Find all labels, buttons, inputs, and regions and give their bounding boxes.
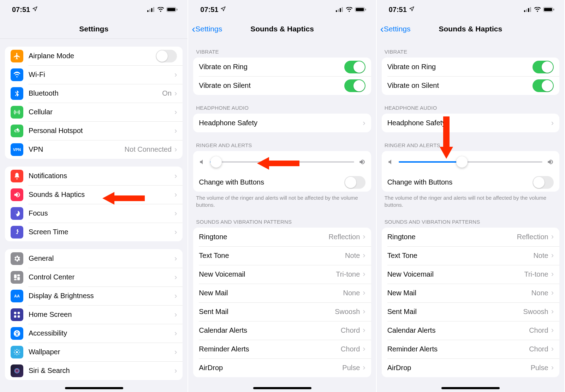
svg-rect-35	[553, 9, 554, 11]
row-new-voicemail[interactable]: New VoicemailTri-tone›	[193, 265, 371, 284]
chevron-right-icon: ›	[174, 310, 177, 319]
vibrate-on-ring-toggle[interactable]	[344, 61, 365, 73]
row-calendar-alerts[interactable]: Calendar AlertsChord›	[382, 321, 559, 340]
settings-row-personal-hotspot[interactable]: Personal Hotspot›	[5, 121, 183, 140]
control-center-icon	[11, 271, 23, 284]
row-label: Control Center	[29, 273, 174, 281]
settings-row-notifications[interactable]: Notifications›	[5, 167, 183, 185]
row-vibrate-on-ring[interactable]: Vibrate on Ring	[382, 58, 559, 76]
settings-row-airplane-mode[interactable]: Airplane Mode	[5, 47, 183, 65]
settings-row-wallpaper[interactable]: Wallpaper›	[5, 343, 183, 361]
home-indicator	[65, 387, 123, 389]
row-change-with-buttons[interactable]: Change with Buttons	[382, 173, 559, 192]
row-sent-mail[interactable]: Sent MailSwoosh›	[382, 302, 559, 321]
change-with-buttons-toggle[interactable]	[533, 176, 554, 189]
ringer-volume-slider[interactable]	[399, 156, 542, 168]
row-value: Swoosh	[523, 308, 548, 316]
row-airdrop[interactable]: AirDropPulse›	[193, 358, 371, 377]
location-icon	[32, 6, 38, 13]
row-vibrate-on-silent[interactable]: Vibrate on Silent	[193, 76, 371, 95]
settings-row-control-center[interactable]: Control Center›	[5, 268, 183, 287]
back-button[interactable]: ‹ Settings	[192, 19, 222, 39]
battery-icon	[355, 7, 366, 12]
settings-row-accessibility[interactable]: Accessibility›	[5, 324, 183, 343]
group-headphone: Headphone Safety›	[382, 114, 559, 132]
settings-row-siri-search[interactable]: Siri & Search›	[5, 361, 183, 380]
row-ringtone[interactable]: RingtoneReflection›	[382, 228, 559, 246]
row-new-mail[interactable]: New MailNone›	[382, 284, 559, 302]
home-indicator	[253, 387, 311, 389]
chevron-right-icon: ›	[551, 270, 554, 279]
row-vibrate-on-silent[interactable]: Vibrate on Silent	[382, 76, 559, 95]
row-label: Vibrate on Ring	[387, 63, 533, 71]
svg-rect-31	[528, 8, 529, 12]
row-new-voicemail[interactable]: New VoicemailTri-tone›	[382, 265, 559, 284]
svg-rect-27	[365, 9, 366, 11]
group-vibrate: Vibrate on RingVibrate on Silent	[193, 58, 371, 95]
settings-row-general[interactable]: General›	[5, 249, 183, 268]
group-patterns: RingtoneReflection›Text ToneNote›New Voi…	[382, 228, 559, 377]
back-button[interactable]: ‹ Settings	[380, 19, 411, 39]
row-label: General	[29, 254, 174, 263]
ringer-volume-slider[interactable]	[210, 156, 354, 168]
row-vibrate-on-ring[interactable]: Vibrate on Ring	[193, 58, 371, 76]
svg-rect-7	[14, 274, 17, 278]
row-reminder-alerts[interactable]: Reminder AlertsChord›	[193, 340, 371, 358]
row-airdrop[interactable]: AirDropPulse›	[382, 358, 559, 377]
section-header-patterns: SOUNDS AND VIBRATION PATTERNS	[188, 209, 376, 228]
settings-row-display-brightness[interactable]: AADisplay & Brightness›	[5, 287, 183, 305]
row-headphone-safety[interactable]: Headphone Safety›	[193, 114, 371, 132]
row-new-mail[interactable]: New MailNone›	[193, 284, 371, 302]
row-change-with-buttons[interactable]: Change with Buttons	[193, 173, 371, 192]
row-reminder-alerts[interactable]: Reminder AlertsChord›	[382, 340, 559, 358]
wifi-icon	[346, 7, 353, 12]
chevron-right-icon: ›	[551, 326, 554, 335]
row-text-tone[interactable]: Text ToneNote›	[382, 246, 559, 265]
row-label: Screen Time	[29, 228, 174, 236]
row-ringtone[interactable]: RingtoneReflection›	[193, 228, 371, 246]
page-title: Sounds & Haptics	[250, 25, 314, 33]
row-value: Chord	[341, 345, 360, 353]
chevron-right-icon: ›	[363, 251, 365, 260]
settings-row-sounds-haptics[interactable]: Sounds & Haptics›	[5, 185, 183, 204]
chevron-right-icon: ›	[174, 70, 177, 79]
wifi-icon	[534, 7, 541, 12]
settings-row-cellular[interactable]: Cellular›	[5, 103, 183, 121]
screen-time-icon	[11, 226, 23, 239]
vibrate-on-ring-toggle[interactable]	[533, 61, 554, 73]
cellular-signal-icon	[147, 7, 155, 12]
settings-row-home-screen[interactable]: Home Screen›	[5, 305, 183, 324]
row-text-tone[interactable]: Text ToneNote›	[193, 246, 371, 265]
row-calendar-alerts[interactable]: Calendar AlertsChord›	[193, 321, 371, 340]
svg-rect-9	[17, 277, 20, 280]
row-label: VPN	[29, 145, 125, 153]
svg-rect-30	[526, 9, 527, 12]
row-label: Accessibility	[29, 329, 174, 337]
chevron-right-icon: ›	[551, 232, 554, 241]
group-headphone: Headphone Safety›	[193, 114, 371, 132]
row-value: Chord	[529, 345, 548, 353]
settings-row-wifi[interactable]: Wi-Fi›	[5, 65, 183, 84]
chevron-right-icon: ›	[363, 326, 365, 335]
settings-row-vpn[interactable]: VPNVPNNot Connected›	[5, 140, 183, 159]
vibrate-on-silent-toggle[interactable]	[344, 79, 365, 92]
row-headphone-safety[interactable]: Headphone Safety›	[382, 114, 559, 132]
row-label: Siri & Search	[29, 367, 174, 375]
settings-group-alerts: Notifications›Sounds & Haptics›Focus›Scr…	[5, 167, 183, 241]
ringer-footer: The volume of the ringer and alerts will…	[188, 192, 376, 209]
row-sent-mail[interactable]: Sent MailSwoosh›	[193, 302, 371, 321]
airplane-mode-toggle[interactable]	[156, 50, 177, 62]
row-label: AirDrop	[199, 364, 342, 372]
settings-row-focus[interactable]: Focus›	[5, 204, 183, 223]
chevron-right-icon: ›	[174, 171, 177, 181]
change-with-buttons-toggle[interactable]	[344, 176, 365, 189]
battery-icon	[166, 7, 178, 12]
chevron-right-icon: ›	[551, 363, 554, 372]
settings-row-screen-time[interactable]: Screen Time›	[5, 223, 183, 241]
settings-row-bluetooth[interactable]: BluetoothOn›	[5, 84, 183, 103]
page-title: Settings	[79, 25, 108, 33]
row-label: Wallpaper	[29, 348, 174, 356]
vibrate-on-silent-toggle[interactable]	[533, 79, 554, 92]
section-header-headphone: HEADPHONE AUDIO	[188, 95, 376, 114]
chevron-right-icon: ›	[174, 145, 177, 154]
